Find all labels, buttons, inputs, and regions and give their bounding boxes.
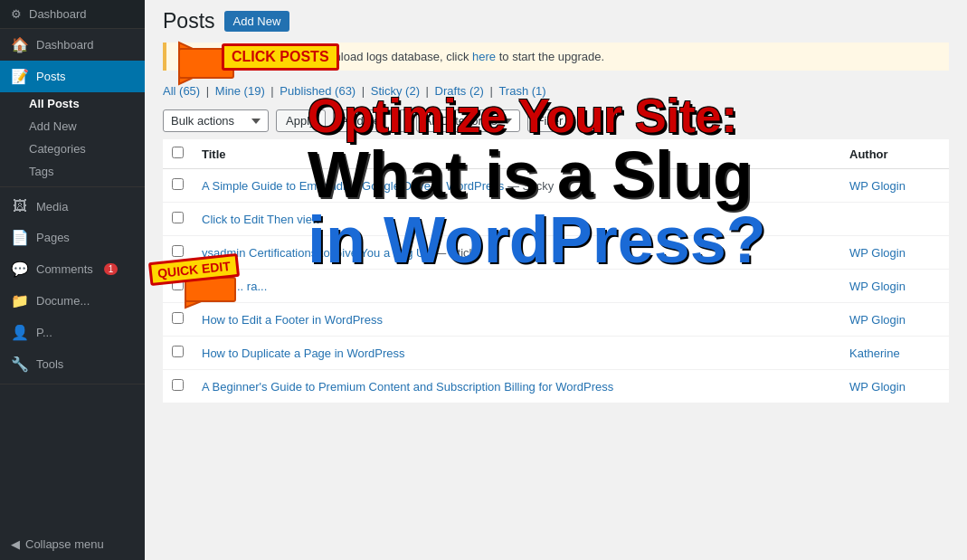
- row-author-cell: WP Glogin: [840, 303, 949, 337]
- collapse-menu-button[interactable]: ◀ Collapse menu: [0, 528, 145, 560]
- sidebar-item-documents[interactable]: 📁 Docume...: [0, 285, 145, 317]
- sidebar-divider-2: [0, 384, 145, 384]
- comments-badge: 1: [104, 263, 119, 275]
- row-title-cell: A Beginner's Guide to Premium Content an…: [193, 370, 840, 403]
- collapse-arrow-icon: ◀: [11, 537, 20, 551]
- row-checkbox-cell: [163, 169, 193, 203]
- row-checkbox-cell: [163, 270, 193, 303]
- filter-sep-2: |: [270, 84, 277, 98]
- sidebar-logo: ⚙ Dashboard: [0, 0, 145, 29]
- sidebar-subitem-all-posts[interactable]: All Posts: [0, 92, 145, 115]
- notice-link[interactable]: here: [472, 50, 496, 63]
- row-author-cell: Katherine: [840, 337, 949, 370]
- all-posts-label: All Posts: [29, 97, 80, 110]
- table-row: ysadmin Certifications to Give You a Leg…: [163, 236, 949, 270]
- row-checkbox[interactable]: [172, 178, 184, 190]
- sidebar-subitem-add-new[interactable]: Add New: [0, 115, 145, 138]
- posts-icon: 📝: [11, 68, 29, 85]
- sidebar-dashboard-label[interactable]: Dashboard: [29, 7, 87, 21]
- categories-label: Categories: [29, 142, 86, 156]
- profile-icon: 👤: [11, 324, 29, 341]
- notice-text-after: to start the upgrade.: [499, 50, 604, 63]
- sidebar-item-posts[interactable]: 📝 Posts: [0, 61, 145, 92]
- posts-table: Title Author A Simple Guide to Embedding…: [163, 139, 949, 403]
- filter-all[interactable]: All (65): [163, 84, 200, 98]
- table-row: How to Duplicate a Page in WordPressKath…: [163, 337, 949, 370]
- row-checkbox[interactable]: [172, 245, 184, 257]
- pages-icon: 📄: [11, 229, 29, 246]
- collapse-label: Collapse menu: [25, 537, 104, 551]
- filter-drafts[interactable]: Drafts (2): [435, 84, 484, 98]
- author-link[interactable]: WP Glogin: [849, 313, 905, 327]
- filter-sticky[interactable]: Sticky (2): [371, 84, 420, 98]
- sidebar-subitem-categories[interactable]: Categories: [0, 138, 145, 160]
- categories-select[interactable]: All Categories: [416, 109, 520, 132]
- comments-label: Comments: [36, 262, 93, 276]
- author-link[interactable]: WP Glogin: [849, 380, 905, 394]
- sidebar-divider-1: [0, 186, 145, 187]
- filter-sep-4: |: [426, 84, 432, 98]
- col-header-author[interactable]: Author: [840, 139, 949, 169]
- post-title-link[interactable]: How to Edit a Footer in WordPress: [202, 313, 383, 327]
- row-checkbox-cell: [163, 236, 193, 270]
- col-header-title[interactable]: Title: [193, 139, 840, 169]
- add-new-subitem-label: Add New: [29, 119, 77, 133]
- documents-label: Docume...: [36, 294, 90, 308]
- filter-published[interactable]: Published (63): [280, 84, 356, 98]
- pages-label: Pages: [36, 231, 70, 244]
- author-link[interactable]: WP Glogin: [849, 179, 905, 193]
- author-link[interactable]: Katherine: [849, 346, 900, 360]
- media-label: Media: [36, 200, 68, 214]
- toolbar: Bulk actionsEditMove to Trash Apply All …: [145, 102, 967, 139]
- row-checkbox[interactable]: [172, 379, 184, 391]
- add-new-button[interactable]: Add New: [224, 11, 290, 32]
- sidebar-subitem-tags[interactable]: Tags: [0, 160, 145, 183]
- sidebar-item-dashboard[interactable]: 🏠 Dashboard: [0, 29, 145, 61]
- dates-select[interactable]: All dates: [333, 109, 409, 132]
- post-title-link[interactable]: Click to Edit Then view: [202, 213, 320, 226]
- row-title-cell: ysadmin Certifications to Give You a Leg…: [193, 236, 840, 270]
- row-checkbox-cell: [163, 337, 193, 370]
- filter-sep-3: |: [362, 84, 368, 98]
- sidebar-item-profile[interactable]: 👤 P...: [0, 317, 145, 348]
- sidebar-item-media[interactable]: 🖼 Media: [0, 191, 145, 222]
- dashboard-menu-icon: 🏠: [11, 36, 29, 53]
- select-all-checkbox[interactable]: [172, 147, 184, 158]
- row-checkbox[interactable]: [172, 346, 184, 357]
- row-checkbox[interactable]: [172, 312, 184, 324]
- table-row: A Simple Guide to Embedding Google Drive…: [163, 169, 949, 203]
- post-title-link[interactable]: How to Duplicate a Page in WordPress: [202, 346, 404, 360]
- tools-icon: 🔧: [11, 356, 29, 373]
- table-row: A Beginner's Guide to Premium Content an…: [163, 370, 949, 403]
- filter-sep-1: |: [206, 84, 213, 98]
- post-title-link[interactable]: A Beginner's Guide to Premium Content an…: [202, 380, 613, 394]
- row-author-cell: [840, 203, 949, 236]
- sidebar-dashboard-text: Dashboard: [36, 38, 94, 52]
- bulk-actions-select[interactable]: Bulk actionsEditMove to Trash: [163, 109, 269, 132]
- profile-label: P...: [36, 326, 52, 339]
- row-title-cell: A Simple Guide to Embedding Google Drive…: [193, 169, 840, 203]
- filter-button[interactable]: Filter: [527, 109, 574, 132]
- author-link[interactable]: WP Glogin: [849, 246, 905, 260]
- notice-bar: needs to upgrade the file download logs …: [163, 43, 949, 71]
- apply-button[interactable]: Apply: [276, 109, 326, 132]
- sidebar-item-comments[interactable]: 💬 Comments 1: [0, 253, 145, 285]
- sidebar-item-tools[interactable]: 🔧 Tools: [0, 348, 145, 380]
- row-checkbox-cell: [163, 370, 193, 403]
- row-author-cell: WP Glogin: [840, 370, 949, 403]
- post-title-link[interactable]: (no titl... ra...: [202, 280, 267, 293]
- page-title: Posts: [163, 9, 215, 33]
- author-link[interactable]: WP Glogin: [849, 280, 905, 293]
- table-row: Click to Edit Then view: [163, 203, 949, 236]
- post-title-link[interactable]: A Simple Guide to Embedding Google Drive…: [202, 179, 504, 193]
- sticky-label: — Sticky: [431, 246, 481, 260]
- row-checkbox[interactable]: [172, 279, 184, 290]
- sidebar-posts-label: Posts: [36, 70, 66, 83]
- row-checkbox[interactable]: [172, 212, 184, 223]
- row-author-cell: WP Glogin: [840, 270, 949, 303]
- sidebar: ⚙ Dashboard 🏠 Dashboard 📝 Posts All Post…: [0, 0, 145, 560]
- post-title-link[interactable]: ysadmin Certifications to Give You a Leg…: [202, 246, 431, 260]
- filter-mine[interactable]: Mine (19): [215, 84, 265, 98]
- sidebar-item-pages[interactable]: 📄 Pages: [0, 222, 145, 253]
- filter-trash[interactable]: Trash (1): [498, 84, 545, 98]
